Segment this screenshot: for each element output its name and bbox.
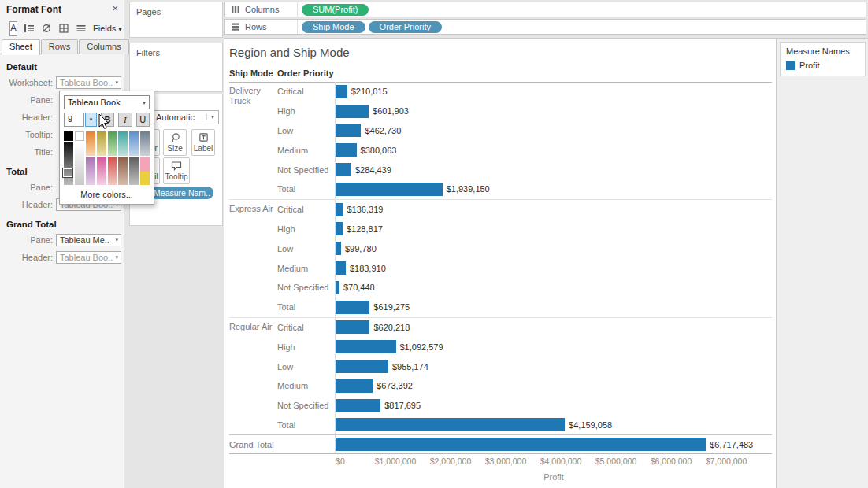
color-swatch[interactable] <box>64 131 73 141</box>
lines-icon[interactable] <box>76 23 87 35</box>
order-priority-label: Low <box>277 126 336 135</box>
color-swatch[interactable] <box>75 131 84 141</box>
font-select-dropdown[interactable]: Tableau Boo..▾ <box>56 76 121 89</box>
legend-title: Measure Names <box>781 43 865 56</box>
profit-bar[interactable] <box>336 163 351 176</box>
font-size-input[interactable]: 9 <box>64 113 84 127</box>
font-family-dropdown[interactable]: Tableau Book ▾ <box>64 95 150 109</box>
profit-bar[interactable] <box>336 281 339 294</box>
profit-bar[interactable] <box>336 360 388 373</box>
color-ramp[interactable] <box>86 157 95 185</box>
color-ramp[interactable] <box>140 131 150 156</box>
measure-names-legend: Measure Names Profit <box>780 42 866 76</box>
profit-bar[interactable] <box>336 320 369 334</box>
field-pill[interactable]: Ship Mode <box>302 21 365 33</box>
palette-column-5 <box>140 131 150 185</box>
bar-cell: $817,695 <box>336 396 772 416</box>
format-row-label: Tooltip: <box>0 130 56 139</box>
filters-card: Filters <box>129 43 223 92</box>
color-ramp[interactable] <box>97 157 106 185</box>
color-ramp[interactable] <box>129 131 139 156</box>
tab-sheet[interactable]: Sheet <box>2 39 40 55</box>
rows-shelf-header: Rows <box>225 20 298 34</box>
font-select-dropdown[interactable]: Tableau Boo..▾ <box>56 251 121 264</box>
font-select-dropdown[interactable]: Tableau Me..▾ <box>56 234 121 246</box>
borders-icon[interactable] <box>58 23 69 35</box>
profit-bar[interactable] <box>336 399 380 412</box>
profit-bar[interactable] <box>336 242 341 255</box>
underline-button[interactable]: U <box>136 113 150 127</box>
ship-mode-label: Delivery Truck <box>229 86 275 106</box>
order-priority-column-header[interactable]: Order Priority <box>277 68 334 78</box>
color-ramp[interactable] <box>75 142 84 185</box>
profit-bar[interactable] <box>336 340 396 353</box>
format-tabs: SheetRowsColumns <box>0 39 124 54</box>
bar-value-label: $673,392 <box>377 381 413 390</box>
profit-bar[interactable] <box>336 222 343 235</box>
format-row-label: Title: <box>0 147 56 157</box>
field-pill[interactable]: Order Priority <box>369 21 442 33</box>
color-ramp[interactable] <box>108 131 117 156</box>
italic-button[interactable]: I <box>118 113 132 127</box>
tooltip-button[interactable]: Tooltip <box>163 157 190 184</box>
close-icon[interactable]: × <box>112 2 118 14</box>
color-ramp[interactable] <box>118 157 128 185</box>
format-section-heading: Grand Total <box>0 213 124 231</box>
tab-rows[interactable]: Rows <box>41 39 79 54</box>
label-button[interactable]: Label <box>191 129 215 156</box>
shading-icon[interactable] <box>41 23 52 35</box>
color-ramp[interactable] <box>118 131 128 156</box>
chevron-down-icon: ▾ <box>115 254 118 261</box>
color-ramp[interactable] <box>140 157 150 185</box>
color-ramp[interactable] <box>108 157 117 185</box>
fields-menu-button[interactable]: Fields ▾ <box>93 24 121 33</box>
legend-item-label: Profit <box>799 61 820 70</box>
profit-bar[interactable] <box>336 261 346 275</box>
field-pill[interactable]: SUM(Profit) <box>302 4 369 16</box>
chart-row: Total$619,275 <box>229 298 772 317</box>
columns-shelf-header: Columns <box>225 2 298 17</box>
profit-bar[interactable] <box>336 124 361 137</box>
profit-bar[interactable] <box>336 183 443 196</box>
profit-bar[interactable] <box>336 379 373 393</box>
selected-color-marker <box>63 168 72 177</box>
more-colors-link[interactable]: More colors... <box>64 190 150 199</box>
profit-bar[interactable] <box>336 438 706 451</box>
columns-shelf[interactable]: Columns SUM(Profit) <box>224 2 866 17</box>
profit-bar[interactable] <box>336 105 369 118</box>
color-ramp[interactable] <box>64 142 73 185</box>
bar-cell: $128,817 <box>336 220 772 239</box>
ship-mode-group: Delivery TruckCritical$210,015High$601,9… <box>229 82 772 199</box>
order-priority-label: High <box>277 224 336 234</box>
chart-row: Medium$673,392 <box>229 376 772 396</box>
columns-icon <box>231 5 240 14</box>
order-priority-label: Critical <box>277 323 336 332</box>
format-row: Worksheet:Tableau Boo..▾ <box>0 74 124 91</box>
chart-row: Not Specified$284,439 <box>229 160 772 179</box>
caret-down-icon: ▾ <box>118 26 121 33</box>
color-ramp[interactable] <box>86 131 95 156</box>
profit-bar[interactable] <box>336 203 343 216</box>
profit-bar[interactable] <box>336 301 369 314</box>
font-icon[interactable]: A <box>9 21 17 36</box>
order-priority-label: Critical <box>277 205 336 214</box>
ship-mode-column-header[interactable]: Ship Mode <box>229 68 273 78</box>
bar-cell: $673,392 <box>336 376 772 396</box>
columns-pills: SUM(Profit) <box>298 4 369 16</box>
bar-value-label: $136,319 <box>347 205 384 214</box>
legend-item[interactable]: Profit <box>781 56 865 70</box>
tooltip-button-label: Tooltip <box>165 172 188 181</box>
measure-names-pill[interactable]: Measure Nam.. <box>150 187 213 199</box>
color-ramp[interactable] <box>97 131 106 156</box>
rows-shelf[interactable]: Rows Ship ModeOrder Priority <box>224 19 866 35</box>
profit-bar[interactable] <box>336 418 565 431</box>
color-ramp[interactable] <box>129 157 139 185</box>
format-row-label: Pane: <box>0 95 56 105</box>
profit-bar[interactable] <box>336 143 357 157</box>
chart-row: Critical$136,319 <box>229 200 772 220</box>
font-size-dropdown-button[interactable]: ▾ <box>85 113 97 127</box>
profit-bar[interactable] <box>336 85 347 98</box>
tab-columns[interactable]: Columns <box>79 39 128 54</box>
alignment-icon[interactable] <box>24 23 35 35</box>
size-button[interactable]: Size <box>163 129 187 156</box>
